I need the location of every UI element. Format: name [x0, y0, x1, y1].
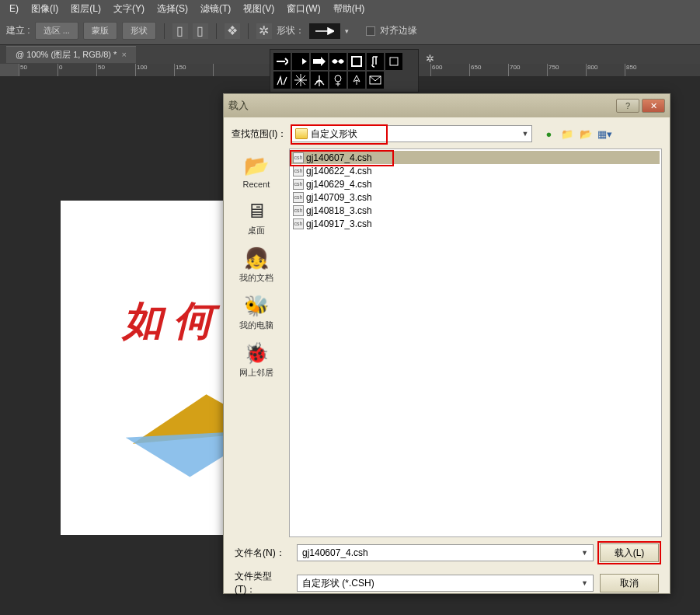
folder-icon	[295, 128, 308, 139]
shape-thumb[interactable]	[311, 53, 328, 70]
shape-button[interactable]: 形状	[122, 22, 156, 40]
shape-dropdown-arrow[interactable]: ▾	[345, 27, 349, 35]
filetype-label: 文件类型(T)：	[235, 570, 291, 596]
shape-thumb[interactable]	[329, 53, 347, 70]
separator	[216, 23, 217, 39]
separator	[248, 23, 249, 39]
align-left-icon[interactable]: ▯	[172, 23, 188, 39]
dialog-title: 载入	[228, 99, 249, 113]
separator	[164, 23, 165, 39]
filename-input[interactable]: gj140607_4.csh▼	[297, 544, 594, 561]
csh-file-icon: csh	[293, 152, 304, 163]
file-item[interactable]: cshgj140709_3.csh	[291, 190, 660, 204]
menu-view[interactable]: 视图(V)	[237, 2, 280, 16]
cancel-button[interactable]: 取消	[600, 574, 659, 592]
look-in-combo[interactable]: 自定义形状 ▼	[291, 125, 532, 142]
align-edges-checkbox[interactable]	[366, 26, 375, 36]
place-network[interactable]: 🐞网上邻居	[239, 341, 273, 379]
load-dialog: 载入 ? ✕ 查找范围(I)： 自定义形状 ▼ ● 📁 📂 ▦▾ 📂Recent…	[223, 93, 670, 594]
menu-window[interactable]: 窗口(W)	[280, 2, 326, 16]
svg-point-2	[335, 75, 341, 82]
load-button[interactable]: 载入(L)	[600, 543, 659, 562]
shapes-flyout-panel[interactable]	[270, 49, 419, 93]
csh-file-icon: csh	[293, 179, 304, 190]
menu-bar: E) 图像(I) 图层(L) 文字(Y) 选择(S) 滤镜(T) 视图(V) 窗…	[0, 0, 700, 17]
svg-rect-0	[352, 57, 361, 66]
look-in-value: 自定义形状	[311, 128, 357, 141]
filename-label: 文件名(N)：	[235, 547, 291, 560]
shape-thumb[interactable]	[367, 53, 384, 70]
shape-thumb[interactable]	[329, 72, 347, 89]
network-icon: 🐞	[242, 341, 270, 365]
menu-type[interactable]: 文字(Y)	[107, 2, 151, 16]
menu-image[interactable]: 图像(I)	[25, 2, 64, 16]
recent-icon: 📂	[242, 153, 270, 178]
shape-thumb[interactable]	[348, 72, 365, 89]
desktop-icon: 🖥	[242, 198, 270, 223]
file-item[interactable]: cshgj140917_3.csh	[291, 217, 660, 230]
shapes-panel-menu-icon[interactable]: ✲	[426, 53, 434, 65]
gear-icon[interactable]: ✲	[256, 23, 272, 39]
csh-file-icon: csh	[293, 205, 304, 216]
look-in-label: 查找范围(I)：	[232, 128, 287, 141]
up-folder-icon[interactable]: 📁	[560, 127, 574, 141]
shape-thumb[interactable]	[292, 53, 309, 70]
align-edges-label: 对齐边缘	[380, 24, 417, 37]
align-right-icon[interactable]: ▯	[193, 23, 208, 39]
menu-select[interactable]: 选择(S)	[151, 2, 194, 16]
places-bar: 📂Recent 🖥桌面 👧我的文档 🐝我的电脑 🐞网上邻居	[224, 149, 289, 537]
place-desktop[interactable]: 🖥桌面	[242, 198, 270, 236]
new-folder-icon[interactable]: 📂	[579, 127, 593, 141]
menu-layer[interactable]: 图层(L)	[64, 2, 107, 16]
dialog-titlebar[interactable]: 载入 ? ✕	[224, 94, 670, 117]
filetype-combo[interactable]: 自定形状 (*.CSH)▼	[297, 575, 594, 592]
file-item-selected[interactable]: csh gj140607_4.csh	[291, 151, 660, 164]
shape-thumb[interactable]	[273, 53, 291, 70]
dropdown-arrow-icon[interactable]: ▼	[581, 579, 588, 587]
mask-button[interactable]: 蒙版	[83, 22, 117, 40]
shape-thumb[interactable]	[348, 53, 365, 70]
file-item[interactable]: cshgj140629_4.csh	[291, 177, 660, 190]
place-recent[interactable]: 📂Recent	[242, 153, 270, 189]
shape-label: 形状：	[277, 24, 305, 37]
place-mydocs[interactable]: 👧我的文档	[239, 246, 273, 284]
file-item[interactable]: cshgj140622_4.csh	[291, 164, 660, 177]
shape-thumb[interactable]	[273, 72, 291, 89]
back-icon[interactable]: ●	[542, 127, 555, 141]
menu-file[interactable]: E)	[3, 3, 25, 14]
mydocs-icon: 👧	[242, 246, 270, 271]
create-label: 建立 :	[6, 24, 30, 37]
csh-file-icon: csh	[293, 218, 304, 229]
close-button[interactable]: ✕	[642, 99, 665, 113]
help-button[interactable]: ?	[616, 99, 639, 113]
dropdown-arrow-icon[interactable]: ▼	[581, 549, 588, 557]
dropdown-arrow-icon[interactable]: ▼	[521, 130, 528, 138]
file-item[interactable]: cshgj140818_3.csh	[291, 204, 660, 217]
view-menu-icon[interactable]: ▦▾	[597, 127, 611, 141]
csh-file-icon: csh	[293, 166, 304, 176]
file-list[interactable]: csh gj140607_4.csh cshgj140622_4.csh csh…	[289, 149, 662, 537]
svg-rect-1	[390, 58, 398, 65]
stack-icon[interactable]: ❖	[225, 23, 240, 39]
menu-help[interactable]: 帮助(H)	[327, 2, 371, 16]
shape-thumb[interactable]	[367, 72, 384, 89]
shape-thumb[interactable]	[292, 72, 309, 89]
menu-filter[interactable]: 滤镜(T)	[194, 2, 237, 16]
options-bar: 建立 : 选区 ... 蒙版 形状 ▯ ▯ ❖ ✲ 形状： ▾ 对齐边缘	[0, 17, 700, 45]
place-mycomputer[interactable]: 🐝我的电脑	[239, 293, 273, 331]
shape-thumb[interactable]	[311, 72, 328, 89]
csh-file-icon: csh	[293, 192, 304, 203]
mycomputer-icon: 🐝	[242, 293, 270, 318]
document-tab[interactable]: @ 100% (图层 1, RGB/8) *×	[6, 46, 136, 63]
shape-thumb[interactable]	[385, 53, 402, 70]
shape-picker[interactable]	[309, 23, 340, 39]
selection-button[interactable]: 选区 ...	[35, 22, 78, 40]
close-tab-icon[interactable]: ×	[121, 50, 126, 59]
